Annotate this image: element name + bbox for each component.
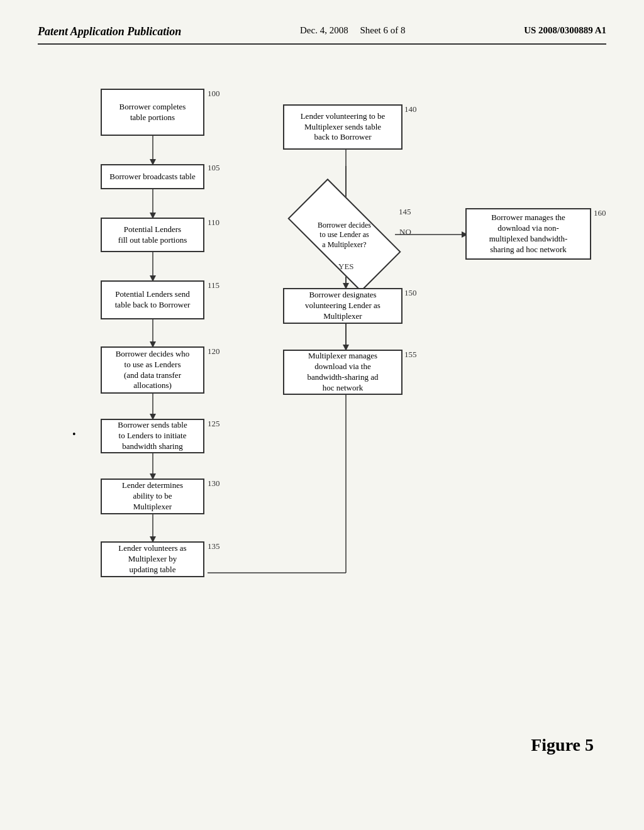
- ref-120: 120: [208, 346, 220, 357]
- node-160: Borrower manages thedownload via non-mul…: [465, 208, 591, 260]
- ref-140: 140: [404, 104, 417, 114]
- ref-160: 160: [594, 208, 606, 218]
- ref-105: 105: [208, 163, 220, 173]
- node-120: Borrower decides whoto use as Lenders(an…: [101, 346, 204, 394]
- flowchart-diagram: Borrower completestable portions 100 Bor…: [38, 70, 606, 761]
- node-140: Lender volunteering to beMultiplexer sen…: [283, 104, 402, 150]
- bullet-point: •: [72, 429, 76, 440]
- no-label: NO: [399, 227, 411, 237]
- node-100-label: Borrower completestable portions: [119, 102, 186, 123]
- ref-125: 125: [208, 419, 220, 429]
- node-140-label: Lender volunteering to beMultiplexer sen…: [301, 111, 386, 143]
- header-center: Dec. 4, 2008 Sheet 6 of 8: [300, 25, 405, 36]
- ref-145: 145: [399, 207, 411, 217]
- sheet-info: Sheet 6 of 8: [360, 25, 405, 35]
- node-115-label: Potential Lenders sendtable back to Borr…: [115, 289, 190, 311]
- ref-150: 150: [404, 288, 417, 298]
- node-150: Borrower designatesvolunteering Lender a…: [283, 288, 402, 324]
- node-130: Lender determinesability to beMultiplexe…: [101, 479, 204, 514]
- figure-label: Figure 5: [531, 735, 594, 755]
- ref-135: 135: [208, 541, 220, 551]
- node-110: Potential Lendersfill out table portions: [101, 218, 204, 252]
- ref-115: 115: [208, 280, 219, 290]
- page-header: Patent Application Publication Dec. 4, 2…: [38, 25, 606, 45]
- node-125: Borrower sends tableto Lenders to initia…: [101, 419, 204, 453]
- node-160-label: Borrower manages thedownload via non-mul…: [489, 213, 568, 255]
- node-115: Potential Lenders sendtable back to Borr…: [101, 280, 204, 319]
- publication-date: Dec. 4, 2008: [300, 25, 348, 35]
- node-110-label: Potential Lendersfill out table portions: [118, 224, 187, 246]
- node-145-label: Borrower decidesto use Lender asa Multip…: [315, 218, 374, 253]
- node-130-label: Lender determinesability to beMultiplexe…: [122, 480, 183, 512]
- node-150-label: Borrower designatesvolunteering Lender a…: [305, 290, 380, 322]
- yes-label: YES: [338, 262, 354, 272]
- node-105-label: Borrower broadcasts table: [109, 172, 195, 182]
- node-105: Borrower broadcasts table: [101, 164, 204, 189]
- ref-110: 110: [208, 218, 219, 228]
- node-155-label: Multiplexer managesdownload via thebandw…: [307, 351, 378, 394]
- node-100: Borrower completestable portions: [101, 89, 204, 136]
- node-145: Borrower decidesto use Lender asa Multip…: [292, 207, 396, 263]
- node-125-label: Borrower sends tableto Lenders to initia…: [118, 420, 187, 452]
- publication-title: Patent Application Publication: [38, 25, 181, 38]
- ref-100: 100: [208, 89, 220, 99]
- node-135-label: Lender volunteers asMultiplexer byupdati…: [118, 543, 186, 575]
- patent-number: US 2008/0300889 A1: [524, 25, 606, 36]
- node-135: Lender volunteers asMultiplexer byupdati…: [101, 541, 204, 577]
- node-155: Multiplexer managesdownload via thebandw…: [283, 350, 402, 395]
- ref-155: 155: [404, 350, 417, 360]
- page: Patent Application Publication Dec. 4, 2…: [0, 0, 644, 830]
- node-120-label: Borrower decides whoto use as Lenders(an…: [116, 349, 190, 392]
- ref-130: 130: [208, 479, 220, 489]
